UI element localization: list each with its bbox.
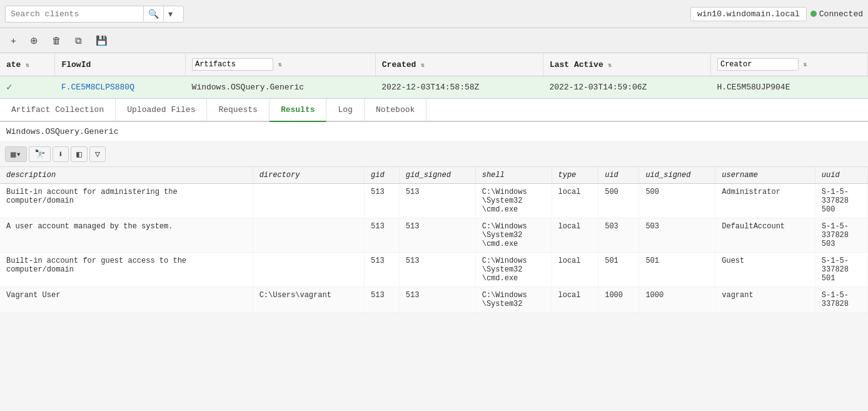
cell-shell: C:\Windows \System32 \cmd.exe xyxy=(475,253,552,287)
cell-username: Administrator xyxy=(715,184,815,218)
connected-dot-icon xyxy=(810,11,817,17)
col-lastactive-label: Last Active xyxy=(550,60,603,69)
flow-lastactive-cell: 2022-12-03T14:59:06Z xyxy=(543,76,710,98)
artifact-name-label: Windows.OSQuery.Generic xyxy=(6,127,118,136)
sort-lastactive-icon: ⇅ xyxy=(608,62,612,69)
results-toolbar: ▦▾ 🔭 ⬇ ◧ ▽ xyxy=(0,142,868,167)
cell-description: Built-in account for administering the c… xyxy=(0,184,253,218)
table-view-button[interactable]: ▦▾ xyxy=(5,146,27,162)
col-directory: directory xyxy=(253,167,364,184)
cell-gid_signed: 513 xyxy=(399,253,475,287)
tab-artifact-collection[interactable]: Artifact Collection xyxy=(0,99,116,121)
copy-button[interactable]: ⧉ xyxy=(69,32,88,49)
cell-uuid: S-1-5- 337828 501 xyxy=(815,253,867,287)
cell-gid: 513 xyxy=(365,184,400,218)
col-username: username xyxy=(715,167,815,184)
cell-gid: 513 xyxy=(365,218,400,253)
col-flowid: FlowId xyxy=(55,53,186,76)
tab-log[interactable]: Log xyxy=(326,99,364,121)
flow-artifact-cell: Windows.OSQuery.Generic xyxy=(186,76,376,98)
col-state: ate ⇅ xyxy=(0,53,55,76)
tab-results[interactable]: Results xyxy=(270,99,327,122)
cell-uid: 503 xyxy=(598,218,639,253)
table-row: Vagrant UserC:\Users\vagrant513513C:\Win… xyxy=(0,287,868,313)
sort-artifacts-icon: ⇅ xyxy=(278,61,282,68)
col-creator: ⇅ xyxy=(710,53,867,76)
cell-username: vagrant xyxy=(715,287,815,313)
cell-description: Built-in account for guest access to the… xyxy=(0,253,253,287)
data-table: description directory gid gid_signed she… xyxy=(0,167,868,313)
artifact-name-bar: Windows.OSQuery.Generic xyxy=(0,122,868,142)
tab-requests[interactable]: Requests xyxy=(207,99,269,121)
cell-type: local xyxy=(552,287,598,313)
col-flowid-label: FlowId xyxy=(61,60,91,69)
cell-directory xyxy=(253,218,364,253)
flow-table-wrapper: ate ⇅ FlowId ⇅ Created ⇅ Last Active ⇅ xyxy=(0,53,868,99)
cell-directory: C:\Users\vagrant xyxy=(253,287,364,313)
cell-gid_signed: 513 xyxy=(399,218,475,253)
cell-uid_signed: 501 xyxy=(639,253,715,287)
cell-uid_signed: 1000 xyxy=(639,287,715,313)
col-created: Created ⇅ xyxy=(375,53,543,76)
cell-uid: 501 xyxy=(598,253,639,287)
hostname-badge: win10.windomain.local xyxy=(690,7,807,21)
cell-username: Guest xyxy=(715,253,815,287)
cell-description: A user account managed by the system. xyxy=(0,218,253,253)
cell-uid: 1000 xyxy=(598,287,639,313)
flow-id-cell: F.CE5M8CLPS880Q xyxy=(55,76,186,98)
cell-description: Vagrant User xyxy=(0,287,253,313)
sort-state-icon: ⇅ xyxy=(26,62,29,69)
table-row: A user account managed by the system.513… xyxy=(0,218,868,253)
cell-uid_signed: 500 xyxy=(639,184,715,218)
artifacts-filter-input[interactable] xyxy=(192,58,273,71)
cell-uuid: S-1-5- 337828 500 xyxy=(815,184,867,218)
connection-info: win10.windomain.local Connected xyxy=(690,7,863,21)
search-dropdown-button[interactable]: ▾ xyxy=(163,6,177,21)
inspect-button[interactable]: 🔭 xyxy=(29,146,51,162)
columns-button[interactable]: ◧ xyxy=(71,146,87,162)
save-button[interactable]: 💾 xyxy=(90,32,113,49)
cell-shell: C:\Windows \System32 \cmd.exe xyxy=(475,184,552,218)
tab-notebook[interactable]: Notebook xyxy=(365,99,426,121)
flow-creator-cell: H.CE5M58UJP904E xyxy=(710,76,867,98)
add-button[interactable]: + xyxy=(5,32,22,49)
creator-filter-input[interactable] xyxy=(717,58,799,71)
flow-table-row[interactable]: ✓ F.CE5M8CLPS880Q Windows.OSQuery.Generi… xyxy=(0,76,868,98)
download-button[interactable]: ⬇ xyxy=(53,146,69,162)
cell-shell: C:\Windows \System32 \cmd.exe xyxy=(475,218,552,253)
top-bar: 🔍 ▾ win10.windomain.local Connected xyxy=(0,0,868,28)
table-row: Built-in account for administering the c… xyxy=(0,184,868,218)
cell-directory xyxy=(253,253,364,287)
sort-created-icon: ⇅ xyxy=(421,62,425,69)
data-table-wrapper: description directory gid gid_signed she… xyxy=(0,167,868,313)
search-input[interactable] xyxy=(6,6,143,22)
table-row: Built-in account for guest access to the… xyxy=(0,253,868,287)
search-button[interactable]: 🔍 xyxy=(143,6,163,21)
cell-gid_signed: 513 xyxy=(399,184,475,218)
cell-shell: C:\Windows \System32 xyxy=(475,287,552,313)
connected-status: Connected xyxy=(810,9,863,19)
main-toolbar: + ⊕ 🗑 ⧉ 💾 xyxy=(0,28,868,53)
flow-state-cell: ✓ xyxy=(0,76,55,98)
cell-gid_signed: 513 xyxy=(399,287,475,313)
flow-table-header: ate ⇅ FlowId ⇅ Created ⇅ Last Active ⇅ xyxy=(0,53,868,76)
flow-table: ate ⇅ FlowId ⇅ Created ⇅ Last Active ⇅ xyxy=(0,53,868,98)
flow-created-cell: 2022-12-03T14:58:58Z xyxy=(375,76,543,98)
col-shell: shell xyxy=(475,167,552,184)
flow-id-value[interactable]: F.CE5M8CLPS880Q xyxy=(61,83,134,92)
col-state-label: ate xyxy=(6,60,21,69)
cell-type: local xyxy=(552,184,598,218)
col-artifacts: ⇅ xyxy=(186,53,376,76)
filter-button[interactable]: ▽ xyxy=(89,146,106,162)
col-description: description xyxy=(0,167,253,184)
target-button[interactable]: ⊕ xyxy=(24,32,44,49)
col-uuid: uuid xyxy=(815,167,867,184)
cell-type: local xyxy=(552,253,598,287)
col-type: type xyxy=(552,167,598,184)
delete-button[interactable]: 🗑 xyxy=(46,32,67,49)
cell-gid: 513 xyxy=(365,253,400,287)
cell-directory xyxy=(253,184,364,218)
col-created-label: Created xyxy=(382,60,416,69)
tab-uploaded-files[interactable]: Uploaded Files xyxy=(116,99,207,121)
cell-uuid: S-1-5- 337828 xyxy=(815,287,867,313)
